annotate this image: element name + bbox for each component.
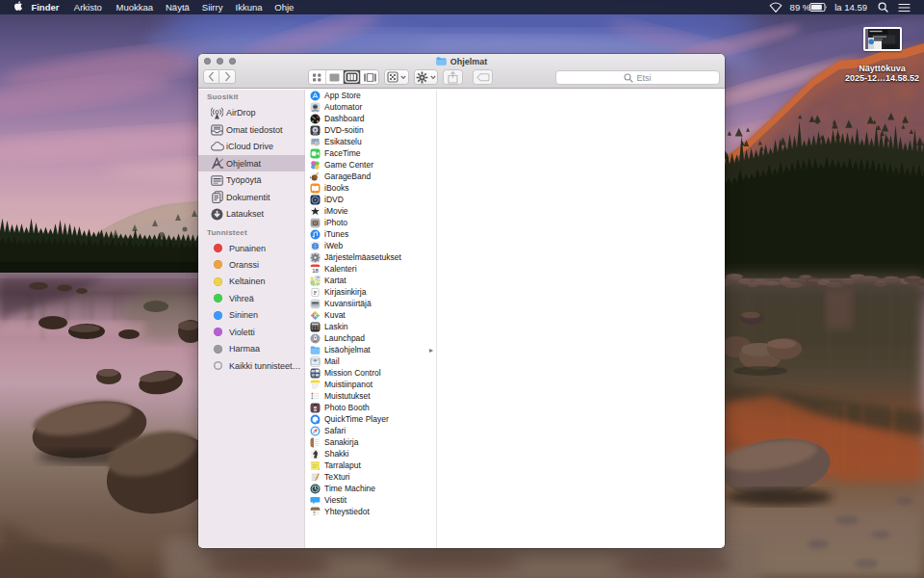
svg-text:F: F — [314, 289, 318, 296]
svg-text:18: 18 — [312, 267, 319, 273]
